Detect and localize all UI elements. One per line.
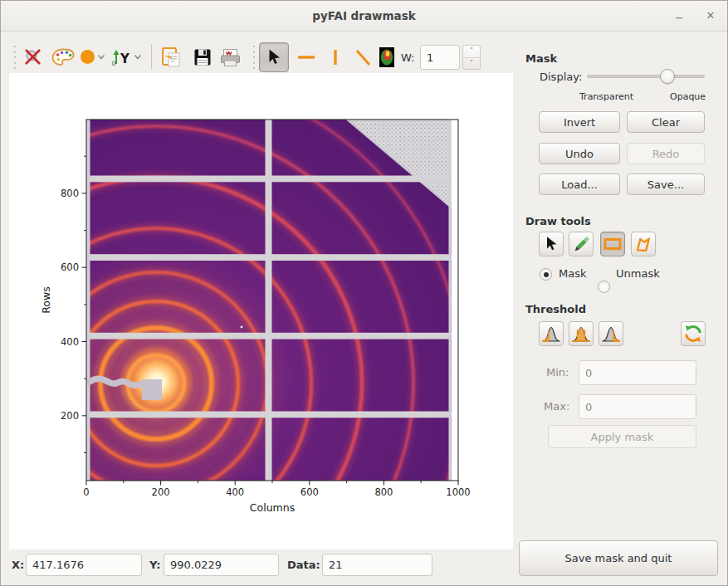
pencil-icon xyxy=(573,236,589,252)
y-coordinate-label: Y: xyxy=(149,559,160,571)
zoom-reset-button[interactable] xyxy=(21,45,47,70)
refresh-icon xyxy=(682,323,704,344)
mask-between-button[interactable] xyxy=(569,321,594,346)
horizontal-line-tool-button[interactable] xyxy=(294,45,319,70)
copy-snapshot-button[interactable] xyxy=(158,44,184,71)
transparent-label: Transparent xyxy=(579,91,633,102)
colormap-icon xyxy=(379,47,394,67)
histogram-above-icon xyxy=(601,325,621,343)
redo-button[interactable]: Redo xyxy=(627,143,705,164)
y-coordinate-field[interactable] xyxy=(164,554,279,576)
app-window: pyFAI drawmask ‒ ✕ 0 Y xyxy=(0,0,728,586)
diffraction-image xyxy=(9,73,513,549)
print-icon xyxy=(219,48,242,67)
toolbar-drag-handle[interactable] xyxy=(12,46,17,69)
unmask-radio-label[interactable]: Unmask xyxy=(616,267,660,280)
histogram-below-icon xyxy=(541,325,561,343)
max-input[interactable] xyxy=(579,394,696,419)
polygon-icon xyxy=(634,235,652,253)
save-mask-button[interactable]: Save... xyxy=(627,173,705,195)
mask-radio[interactable] xyxy=(540,268,552,281)
window-title: pyFAI drawmask xyxy=(1,1,727,31)
print-button[interactable] xyxy=(217,45,243,70)
save-mask-and-quit-button[interactable]: Save mask and quit xyxy=(519,540,718,576)
clear-button[interactable]: Clear xyxy=(627,111,705,133)
spin-up-icon[interactable]: ˄ xyxy=(463,46,480,58)
display-label: Display: xyxy=(540,71,582,83)
mask-above-max-button[interactable] xyxy=(599,321,623,346)
x-axis-label: Columns xyxy=(250,501,295,514)
mask-below-min-button[interactable] xyxy=(539,321,564,346)
mask-opacity-slider-handle[interactable] xyxy=(660,69,675,84)
horizontal-line-icon xyxy=(296,46,317,68)
colormap-button[interactable] xyxy=(379,47,394,67)
opaque-label: Opaque xyxy=(670,91,706,102)
svg-text:800: 800 xyxy=(374,486,393,498)
draw-tools-section-title: Draw tools xyxy=(525,215,591,227)
save-snapshot-button[interactable] xyxy=(190,45,215,70)
y-axis-orientation-button[interactable]: 0 Y xyxy=(110,45,134,70)
svg-text:600: 600 xyxy=(300,486,319,498)
svg-text:0: 0 xyxy=(83,486,89,498)
max-label: Max: xyxy=(544,400,569,413)
load-mask-button[interactable]: Load... xyxy=(539,173,620,195)
select-tool-button[interactable] xyxy=(539,232,564,256)
vertical-line-tool-button[interactable] xyxy=(323,45,348,70)
chevron-down-icon[interactable] xyxy=(97,54,105,61)
rectangle-tool-button[interactable] xyxy=(600,232,625,256)
unmask-radio[interactable] xyxy=(598,281,610,293)
pointer-arrow-icon xyxy=(265,48,283,66)
svg-text:600: 600 xyxy=(61,261,79,273)
svg-text:1000: 1000 xyxy=(446,486,470,498)
svg-text:200: 200 xyxy=(152,486,170,498)
data-value-label: Data: xyxy=(287,559,320,571)
vertical-line-icon xyxy=(325,46,346,68)
spin-down-icon[interactable]: ˅ xyxy=(463,58,480,70)
diagonal-line-icon xyxy=(352,46,374,68)
svg-text:800: 800 xyxy=(61,188,79,199)
svg-text:Y: Y xyxy=(120,51,130,66)
pointer-arrow-icon xyxy=(543,236,559,252)
rectangle-icon xyxy=(603,236,623,252)
diagonal-line-tool-button[interactable] xyxy=(350,45,375,70)
polygon-tool-button[interactable] xyxy=(631,232,656,256)
x-coordinate-label: X: xyxy=(12,559,24,571)
apply-mask-button[interactable]: Apply mask xyxy=(548,425,696,448)
invert-button[interactable]: Invert xyxy=(539,111,620,133)
close-button[interactable]: ✕ xyxy=(700,5,721,27)
palette-button[interactable] xyxy=(49,45,77,70)
mask-color-swatch-icon[interactable] xyxy=(81,50,95,64)
titlebar: pyFAI drawmask xyxy=(1,1,727,32)
mask-opacity-slider[interactable] xyxy=(587,75,705,78)
refresh-threshold-button[interactable] xyxy=(681,321,706,346)
minimize-button[interactable]: ‒ xyxy=(668,5,690,27)
pan-pointer-tool-button[interactable] xyxy=(259,42,289,72)
min-label: Min: xyxy=(546,366,569,378)
pencil-width-label: W: xyxy=(401,51,414,64)
x-coordinate-field[interactable] xyxy=(26,554,142,576)
svg-text:400: 400 xyxy=(226,486,244,498)
pencil-width-stepper[interactable]: ˄˅ xyxy=(462,45,481,70)
plot-canvas[interactable]: Columns Rows 020040060080010002004006008… xyxy=(9,73,513,549)
min-input[interactable] xyxy=(579,360,696,385)
zoom-reset-icon xyxy=(23,48,45,66)
svg-text:200: 200 xyxy=(61,410,79,422)
toolbar-separator xyxy=(151,44,152,69)
toolbar-drag-handle[interactable] xyxy=(252,46,257,69)
pencil-width-input[interactable] xyxy=(420,45,460,70)
undo-button[interactable]: Undo xyxy=(539,143,620,164)
palette-icon xyxy=(51,47,76,67)
y-axis-label: Rows xyxy=(40,286,52,314)
y-axis-orientation-icon: 0 Y xyxy=(111,47,133,67)
pencil-tool-button[interactable] xyxy=(569,232,594,256)
mask-radio-label[interactable]: Mask xyxy=(559,267,586,280)
histogram-between-icon xyxy=(571,325,591,343)
mask-section-title: Mask xyxy=(525,52,557,65)
figure-canvas: Columns Rows 020040060080010002004006008… xyxy=(9,73,513,549)
data-value-field[interactable] xyxy=(322,554,432,576)
beamstop-mask xyxy=(142,379,162,400)
svg-text:0: 0 xyxy=(112,60,116,67)
svg-text:400: 400 xyxy=(61,336,79,348)
chevron-down-icon[interactable] xyxy=(134,54,142,61)
threshold-section-title: Threshold xyxy=(525,303,586,315)
